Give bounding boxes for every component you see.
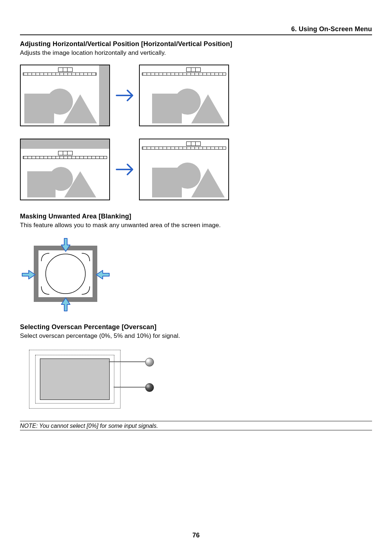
position-illustration [20,65,267,200]
overscan-marker-inner [145,383,154,392]
note-box: NOTE: You cannot select [0%] for some in… [20,421,372,430]
overscan-marker-outer [145,358,154,366]
page-number: 76 [0,532,392,539]
arrow-right-icon [110,159,139,180]
arrow-right-icon [110,85,139,106]
overscan-illustration [20,348,172,413]
page-header: 6. Using On-Screen Menu [20,25,372,35]
arrow-down-icon [60,238,72,253]
screen-before-horizontal [20,65,110,126]
arrow-up-icon [60,296,72,312]
arrow-left-icon [95,269,110,280]
arrow-right-icon [21,269,37,280]
blanking-illustration [20,239,111,315]
section-body-position: Adjusts the image location horizontally … [20,49,372,57]
screen-after-horizontal [139,65,229,126]
screen-after-vertical [139,139,229,200]
screen-before-vertical [20,139,110,200]
note-text: NOTE: You cannot select [0%] for some in… [20,421,372,430]
section-title-blanking: Masking Unwanted Area [Blanking] [20,213,372,220]
section-title-overscan: Selecting Overscan Percentage [Overscan] [20,323,372,331]
section-body-blanking: This feature allows you to mask any unwa… [20,222,372,229]
section-body-overscan: Select overscan percentage (0%, 5% and 1… [20,332,372,340]
manual-page: 6. Using On-Screen Menu Adjusting Horizo… [0,0,392,553]
section-title-position: Adjusting Horizontal/Vertical Position [… [20,40,372,48]
svg-point-0 [46,254,85,294]
